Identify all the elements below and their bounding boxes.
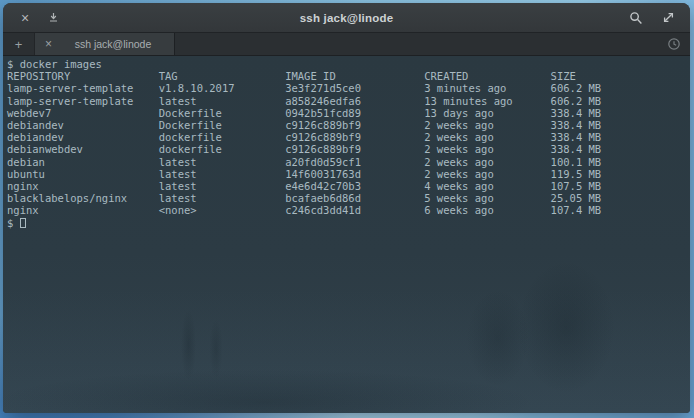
prompt-line: $ [7,217,690,229]
docker-image-row: nginx <none> c246cd3dd41d 6 weeks ago 10… [7,204,690,216]
cell-image-id: c9126c889bf9 [285,131,424,143]
column-header-repository: REPOSITORY [7,70,159,82]
terminal-rows: lamp-server-template v1.8.10.2017 3e3f27… [7,82,690,216]
titlebar[interactable]: × ssh jack@linode [3,3,690,33]
docker-image-row: ubuntu latest 14f60031763d 2 weeks ago 1… [7,168,690,180]
cell-image-id: c9126c889bf9 [285,119,424,131]
cell-created: 2 weeks ago [424,156,550,168]
cell-tag: latest [159,180,285,192]
cell-image-id: 0942b51fcd89 [285,107,424,119]
cell-created: 3 minutes ago [424,82,550,94]
desktop-wallpaper: × ssh jack@linode [0,0,694,418]
command-line: $ docker images [7,58,690,70]
cell-repository: nginx [7,180,159,192]
cell-tag: latest [159,156,285,168]
cell-repository: debiandev [7,131,159,143]
cell-created: 2 weeks ago [424,119,550,131]
column-header-created: CREATED [424,70,550,82]
cell-repository: debianwebdev [7,143,159,155]
window-title: ssh jack@linode [3,12,690,24]
cell-tag: <none> [159,204,285,216]
cell-image-id: a858246edfa6 [285,95,424,107]
cell-size: 107.4 MB [551,204,602,216]
cell-repository: debian [7,156,159,168]
window-close-button[interactable]: × [15,8,35,28]
cell-tag: latest [159,192,285,204]
cell-image-id: bcafaeb6d86d [285,192,424,204]
cell-size: 338.4 MB [551,131,602,143]
tab-label: ssh jack@linode [62,38,164,50]
terminal-cursor[interactable] [20,218,26,228]
search-icon[interactable] [626,8,646,28]
cell-size: 338.4 MB [551,119,602,131]
cell-created: 6 weeks ago [424,204,550,216]
cell-image-id: a20fd0d59cf1 [285,156,424,168]
tabbar-spacer [175,33,658,55]
docker-image-row: debianwebdev dockerfile c9126c889bf9 2 w… [7,143,690,155]
cell-tag: dockerfile [159,131,285,143]
cell-repository: nginx [7,204,159,216]
cell-image-id: 14f60031763d [285,168,424,180]
docker-image-row: debiandev dockerfile c9126c889bf9 2 week… [7,131,690,143]
cell-size: 338.4 MB [551,143,602,155]
fullscreen-icon[interactable] [658,8,678,28]
cell-repository: lamp-server-template [7,82,159,94]
docker-image-row: lamp-server-template latest a858246edfa6… [7,95,690,107]
tab-ssh-session[interactable]: × ssh jack@linode [35,33,175,55]
cell-created: 4 weeks ago [424,180,550,192]
cell-repository: blacklabelops/nginx [7,192,159,204]
cell-size: 338.4 MB [551,107,602,119]
column-header-tag: TAG [159,70,285,82]
cell-size: 25.05 MB [551,192,602,204]
cell-tag: v1.8.10.2017 [159,82,285,94]
cell-created: 2 weeks ago [424,131,550,143]
cell-image-id: c9126c889bf9 [285,143,424,155]
docker-image-row: debiandev Dockerfile c9126c889bf9 2 week… [7,119,690,131]
cell-tag: latest [159,95,285,107]
cell-created: 2 weeks ago [424,168,550,180]
cell-image-id: c246cd3dd41d [285,204,424,216]
cell-tag: Dockerfile [159,119,285,131]
cell-size: 606.2 MB [551,82,602,94]
cell-tag: dockerfile [159,143,285,155]
cell-created: 13 minutes ago [424,95,550,107]
docker-image-row: debian latest a20fd0d59cf1 2 weeks ago 1… [7,156,690,168]
docker-image-row: nginx latest e4e6d42c70b3 4 weeks ago 10… [7,180,690,192]
tab-bar: + × ssh jack@linode [3,33,690,56]
table-header-row: REPOSITORY TAG IMAGE ID CREATED SIZE [7,70,690,82]
docker-image-row: blacklabelops/nginx latest bcafaeb6d86d … [7,192,690,204]
history-icon[interactable] [658,33,690,55]
cell-tag: latest [159,168,285,180]
cell-image-id: 3e3f271d5ce0 [285,82,424,94]
cell-repository: webdev7 [7,107,159,119]
prompt-symbol: $ [7,217,13,229]
cell-image-id: e4e6d42c70b3 [285,180,424,192]
cell-size: 606.2 MB [551,95,602,107]
tab-close-icon[interactable]: × [45,38,52,50]
terminal-output[interactable]: $ docker images REPOSITORY TAG IMAGE ID … [3,56,690,413]
cell-created: 13 days ago [424,107,550,119]
docker-image-row: lamp-server-template v1.8.10.2017 3e3f27… [7,82,690,94]
terminal-window: × ssh jack@linode [3,3,690,413]
cell-repository: ubuntu [7,168,159,180]
cell-repository: lamp-server-template [7,95,159,107]
cell-size: 119.5 MB [551,168,602,180]
docker-image-row: webdev7 Dockerfile 0942b51fcd89 13 days … [7,107,690,119]
new-tab-button[interactable]: + [3,33,35,55]
column-header-image-id: IMAGE ID [285,70,424,82]
cell-repository: debiandev [7,119,159,131]
column-header-size: SIZE [551,70,576,82]
cell-created: 2 weeks ago [424,143,550,155]
cell-size: 100.1 MB [551,156,602,168]
cell-size: 107.5 MB [551,180,602,192]
cell-created: 5 weeks ago [424,192,550,204]
cell-tag: Dockerfile [159,107,285,119]
arrow-down-to-line-icon[interactable] [43,8,63,28]
